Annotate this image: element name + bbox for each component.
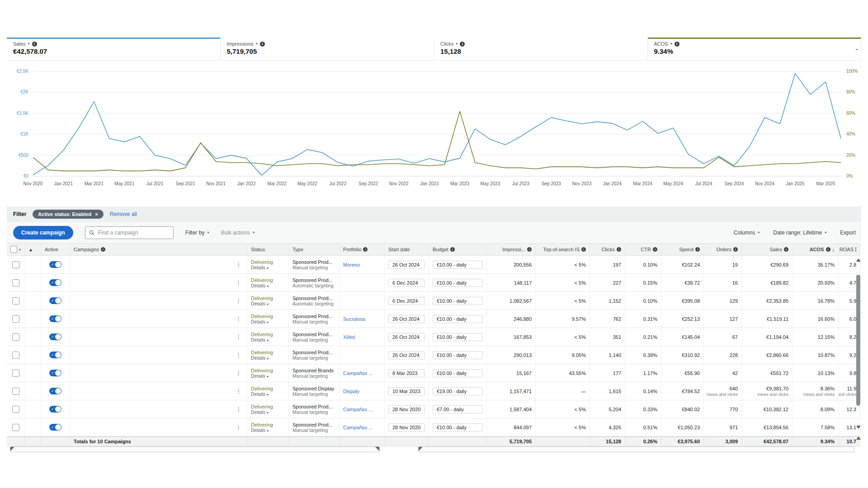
column-header-active[interactable]: Active: [41, 244, 70, 255]
metric-card-label[interactable]: ACOS: [654, 41, 668, 47]
active-toggle[interactable]: [49, 352, 61, 358]
remove-all-link[interactable]: Remove all: [110, 211, 137, 217]
status-details-link[interactable]: Details ▾: [251, 355, 285, 361]
budget-field[interactable]: €10.00 - daily: [433, 315, 483, 323]
start-date-field[interactable]: 28 Nov 2020: [388, 423, 425, 432]
column-header-status[interactable]: Status: [247, 244, 289, 255]
kebab-menu-icon[interactable]: ⋮: [234, 406, 243, 413]
vertical-scrollbar[interactable]: [855, 258, 862, 435]
start-date-field[interactable]: 26 Oct 2024: [388, 261, 425, 269]
collapse-chart-icon[interactable]: ⌄: [854, 45, 859, 52]
info-icon[interactable]: i: [527, 247, 532, 252]
active-toggle[interactable]: [49, 297, 61, 304]
row-checkbox[interactable]: [12, 315, 19, 323]
column-header-budget[interactable]: Budgeti: [429, 244, 487, 255]
active-toggle[interactable]: [49, 279, 61, 286]
metric-card-label[interactable]: Impressions: [227, 41, 254, 47]
info-icon[interactable]: i: [101, 247, 105, 252]
vertical-scrollbar-thumb[interactable]: [856, 275, 860, 406]
metric-card-label[interactable]: Sales: [13, 41, 26, 47]
metric-card-clicks[interactable]: Clicks ▾ i 15,128: [434, 38, 648, 60]
kebab-menu-icon[interactable]: ⋮: [234, 388, 243, 394]
portfolio-link[interactable]: Moreno: [343, 262, 381, 267]
metric-card-sales[interactable]: Sales ▾ i €42,578.07: [7, 38, 221, 60]
row-checkbox[interactable]: [12, 388, 19, 395]
horizontal-scrollbar-right-pane[interactable]: [418, 446, 854, 452]
kebab-menu-icon[interactable]: ⋮: [234, 424, 243, 431]
chevron-down-icon[interactable]: ▾: [456, 42, 458, 46]
status-details-link[interactable]: Details ▾: [251, 319, 285, 324]
search-input[interactable]: [97, 229, 167, 236]
status-details-link[interactable]: Details ▾: [251, 283, 285, 288]
column-header-roas[interactable]: ROASi: [839, 244, 860, 255]
portfolio-link[interactable]: Xilitol: [343, 334, 381, 340]
info-icon[interactable]: i: [855, 247, 856, 252]
info-icon[interactable]: i: [784, 247, 788, 252]
campaign-search-box[interactable]: [85, 226, 174, 239]
metric-card-acos[interactable]: ACOS ▾ i 9.34%: [648, 38, 862, 60]
info-icon[interactable]: i: [826, 247, 830, 252]
bulk-actions-dropdown[interactable]: Bulk actions▾: [221, 230, 255, 236]
column-header-sales[interactable]: Salesi: [742, 244, 793, 255]
scroll-down-icon[interactable]: [856, 426, 861, 429]
portfolio-link[interactable]: Campañas ...: [343, 425, 381, 430]
portfolio-link[interactable]: Campañas ...: [343, 407, 381, 412]
chevron-down-icon[interactable]: ▾: [256, 42, 258, 46]
info-icon[interactable]: i: [617, 247, 621, 252]
start-date-field[interactable]: 28 Nov 2020: [388, 405, 425, 413]
info-icon[interactable]: i: [450, 247, 455, 252]
row-checkbox[interactable]: [12, 333, 19, 341]
active-toggle[interactable]: [49, 406, 61, 413]
budget-field[interactable]: €10.00 - daily: [433, 351, 483, 359]
active-toggle[interactable]: [49, 261, 61, 268]
status-details-link[interactable]: Details ▾: [251, 337, 285, 343]
columns-dropdown[interactable]: Columns▾: [734, 230, 760, 236]
start-date-field[interactable]: 10 Mar 2023: [388, 387, 425, 395]
portfolio-link[interactable]: Sucralosa: [343, 316, 381, 322]
chevron-down-icon[interactable]: ▾: [670, 42, 672, 46]
status-details-link[interactable]: Details ▾: [251, 301, 285, 306]
budget-field[interactable]: €10.00 - daily: [433, 423, 483, 432]
start-date-field[interactable]: 6 Dec 2024: [388, 279, 425, 287]
status-details-link[interactable]: Details ▾: [251, 427, 285, 433]
kebab-menu-icon[interactable]: ⋮: [234, 315, 243, 322]
column-header-spend[interactable]: Spendi: [661, 244, 704, 255]
budget-field[interactable]: €10.00 - daily: [433, 261, 483, 269]
budget-field[interactable]: €7.00 - daily: [433, 405, 483, 413]
totals-scroll-up-icon[interactable]: [856, 436, 861, 440]
row-checkbox[interactable]: [12, 352, 19, 359]
budget-field[interactable]: €10.00 - daily: [433, 369, 483, 377]
budget-field[interactable]: €10.00 - daily: [433, 279, 483, 287]
column-header-orders[interactable]: Ordersi: [704, 244, 742, 255]
row-checkbox[interactable]: [12, 370, 19, 377]
row-checkbox[interactable]: [12, 424, 19, 431]
kebab-menu-icon[interactable]: ⋮: [234, 333, 243, 340]
active-toggle[interactable]: [49, 315, 61, 322]
budget-field[interactable]: €10.00 - daily: [433, 297, 483, 305]
info-icon[interactable]: i: [363, 247, 368, 252]
start-date-field[interactable]: 26 Oct 2024: [388, 351, 425, 359]
info-icon[interactable]: i: [675, 42, 679, 47]
metric-card-impressions[interactable]: Impressions ▾ i 5,719,705: [221, 38, 434, 60]
active-toggle[interactable]: [49, 333, 61, 340]
info-icon[interactable]: i: [695, 247, 700, 252]
metric-card-label[interactable]: Clicks: [440, 41, 453, 47]
column-header-acos[interactable]: ACOSi↓: [793, 244, 839, 255]
select-all-checkbox[interactable]: [10, 246, 17, 253]
column-header-alert[interactable]: ▲: [25, 244, 41, 255]
horizontal-scrollbar-left-pane[interactable]: [10, 446, 380, 452]
filter-by-dropdown[interactable]: Filter by▾: [185, 230, 209, 236]
kebab-menu-icon[interactable]: ⋮: [234, 370, 243, 376]
chevron-down-icon[interactable]: ▾: [19, 248, 21, 252]
row-checkbox[interactable]: [12, 279, 19, 286]
status-details-link[interactable]: Details ▾: [251, 409, 285, 415]
kebab-menu-icon[interactable]: ⋮: [234, 352, 243, 358]
start-date-field[interactable]: 6 Dec 2024: [388, 297, 425, 305]
kebab-menu-icon[interactable]: ⋮: [234, 261, 243, 268]
column-header-ctr[interactable]: CTRi: [625, 244, 661, 255]
chevron-down-icon[interactable]: ▾: [28, 42, 30, 46]
column-header-portfolio[interactable]: Portfolioi: [340, 244, 385, 255]
column-header-tos[interactable]: Top-of-search ISi: [536, 244, 590, 255]
column-header-type[interactable]: Type: [289, 244, 340, 255]
status-details-link[interactable]: Details ▾: [251, 265, 285, 270]
